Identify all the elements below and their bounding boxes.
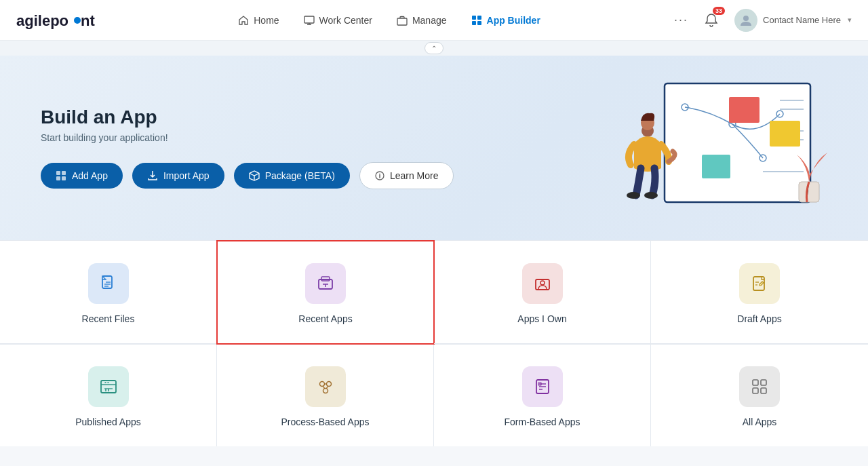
app-grid-row1: Recent Files Recent Apps Apps I Own [0,240,868,344]
hero-title: Build an App [41,106,597,128]
hero-subtitle: Start building your application! [41,132,597,143]
apps-icon [316,274,335,293]
svg-point-1 [74,17,81,24]
svg-point-31 [644,192,658,199]
logo: agilepo nt [16,9,104,31]
draft-apps-icon-bg [739,263,780,304]
file-icon [99,274,118,293]
home-icon [238,15,249,26]
recent-apps-item[interactable]: Recent Apps [216,240,435,345]
draft-apps-item[interactable]: Draft Apps [651,241,868,344]
nav-more-btn[interactable]: ··· [674,13,688,27]
svg-rect-4 [397,18,407,25]
all-apps-icon-bg [739,366,780,407]
nav-home-label: Home [254,15,279,26]
svg-rect-8 [477,21,481,25]
notification-badge: 33 [713,7,725,15]
recent-files-item[interactable]: Recent Files [0,241,217,344]
svg-rect-60 [761,380,766,385]
svg-rect-25 [729,97,760,123]
svg-rect-59 [753,380,758,385]
app-grid-row2: Published Apps Process-Based Apps [0,344,868,446]
nav-appbuilder-label: App Builder [487,15,540,26]
published-apps-item[interactable]: Published Apps [0,345,217,446]
user-chevron: ▾ [848,16,852,24]
svg-rect-11 [62,171,66,175]
apps-i-own-icon-bg [522,263,563,304]
add-app-label: Add App [72,170,108,181]
process-based-label: Process-Based Apps [281,416,370,427]
package-button[interactable]: Package (BETA) [234,163,350,189]
svg-point-48 [319,382,324,387]
svg-point-49 [326,382,331,387]
collapse-bar: ⌃ [0,41,868,56]
add-app-icon [56,170,66,181]
package-label: Package (BETA) [265,170,335,181]
svg-rect-12 [56,176,60,180]
svg-point-9 [743,16,749,21]
user-menu[interactable]: Contact Name Here ▾ [734,9,852,32]
nav-workcenter[interactable]: Work Center [302,12,374,28]
recent-files-label: Recent Files [82,313,135,324]
published-icon-bg [88,366,129,407]
svg-rect-5 [472,16,476,20]
avatar [734,9,757,32]
recent-apps-label: Recent Apps [298,313,352,324]
avatar-icon [739,14,753,27]
user-apps-icon [533,274,552,293]
hero-illustration [597,80,827,216]
hero-content: Build an App Start building your applica… [41,106,597,189]
hero-banner: Build an App Start building your applica… [0,56,868,240]
recent-apps-icon-bg [305,263,346,304]
form-based-label: Form-Based Apps [504,416,580,427]
import-app-label: Import App [163,170,210,181]
process-based-item[interactable]: Process-Based Apps [217,345,434,446]
svg-rect-38 [321,277,330,281]
nav-workcenter-label: Work Center [319,15,372,26]
svg-rect-13 [62,176,66,180]
published-icon [99,377,118,396]
draft-icon [750,274,769,293]
monitor-icon [304,15,315,26]
import-app-button[interactable]: Import App [132,163,224,189]
bell-icon [704,13,719,28]
nav-home[interactable]: Home [237,12,280,28]
published-apps-label: Published Apps [75,416,141,427]
form-icon-bg [522,366,563,407]
collapse-button[interactable]: ⌃ [425,42,443,54]
process-icon-bg [305,366,346,407]
nav-manage-label: Manage [412,15,447,26]
add-app-button[interactable]: Add App [41,163,123,189]
all-apps-icon [750,377,769,396]
nav-links: Home Work Center Manage [237,12,542,28]
hero-actions: Add App Import App Package (BETA) [41,162,597,189]
form-icon [533,377,552,396]
form-based-item[interactable]: Form-Based Apps [434,345,651,446]
nav-appbuilder[interactable]: App Builder [470,12,542,28]
svg-rect-6 [477,16,481,20]
draft-apps-label: Draft Apps [737,313,781,324]
svg-line-53 [326,386,328,389]
svg-line-52 [323,386,325,389]
learn-more-label: Learn More [390,170,439,181]
navbar-right: ··· 33 Contact Name Here ▾ [674,8,852,33]
nav-manage[interactable]: Manage [395,12,448,28]
svg-text:agilepo: agilepo [16,12,68,29]
learn-more-button[interactable]: Learn More [359,162,454,189]
all-apps-item[interactable]: All Apps [651,345,868,446]
svg-rect-7 [472,21,476,25]
apps-i-own-item[interactable]: Apps I Own [434,241,651,344]
navbar: agilepo nt Home Work Center Ma [0,0,868,41]
svg-text:nt: nt [81,12,95,29]
user-name: Contact Name Here [763,15,841,25]
learn-icon [375,171,384,180]
import-icon [147,170,158,181]
notification-button[interactable]: 33 [699,8,724,33]
svg-rect-62 [761,388,766,393]
svg-point-50 [323,389,328,393]
grid-icon-nav [471,15,482,26]
illustration-svg [597,77,827,219]
svg-rect-3 [304,16,314,23]
process-icon [316,377,335,396]
all-apps-label: All Apps [743,416,777,427]
